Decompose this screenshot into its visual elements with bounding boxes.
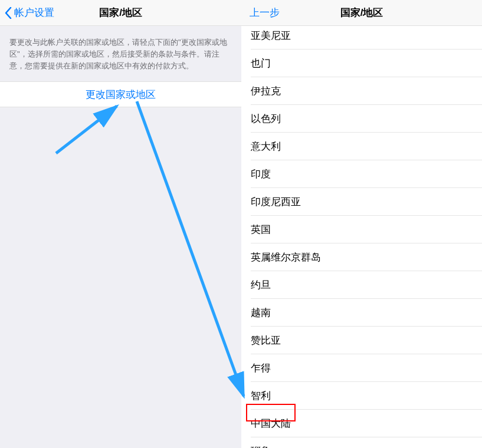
country-label: 赞比亚 xyxy=(251,334,281,347)
country-label: 中国大陆 xyxy=(251,417,291,430)
list-item[interactable]: 印度 xyxy=(241,160,482,188)
list-item[interactable]: 伊拉克 xyxy=(241,77,482,105)
list-item[interactable]: 赞比亚 xyxy=(241,327,482,354)
country-label: 英属维尔京群岛 xyxy=(251,251,321,264)
list-item[interactable]: 以色列 xyxy=(241,105,482,133)
country-label: 亚美尼亚 xyxy=(251,29,291,42)
country-label: 越南 xyxy=(251,306,271,319)
back-label-left: 帐户设置 xyxy=(14,6,54,19)
list-item[interactable]: 中国大陆 xyxy=(241,410,482,437)
list-item[interactable]: 约旦 xyxy=(241,271,482,299)
country-label: 约旦 xyxy=(251,278,271,292)
country-label: 瑙鲁 xyxy=(251,444,271,448)
back-button-right[interactable]: 上一步 xyxy=(246,6,280,19)
change-country-button[interactable]: 更改国家或地区 xyxy=(0,81,241,107)
change-country-label: 更改国家或地区 xyxy=(86,88,156,101)
list-item[interactable]: 越南 xyxy=(241,299,482,327)
country-label: 英国 xyxy=(251,223,271,236)
description-text: 要更改与此帐户关联的国家或地区，请轻点下面的"更改国家或地区"，选择所需的国家或… xyxy=(0,26,241,81)
list-item[interactable]: 乍得 xyxy=(241,354,482,382)
country-label: 智利 xyxy=(251,389,271,403)
list-item[interactable]: 印度尼西亚 xyxy=(241,188,482,216)
country-label: 也门 xyxy=(251,57,271,70)
list-item[interactable]: 也门 xyxy=(241,50,482,77)
list-item[interactable]: 智利 xyxy=(241,382,482,410)
list-item[interactable]: 英国 xyxy=(241,216,482,243)
country-label: 印度 xyxy=(251,167,271,181)
country-label: 以色列 xyxy=(251,112,281,126)
back-button-left[interactable]: 帐户设置 xyxy=(5,6,54,19)
country-label: 乍得 xyxy=(251,361,271,375)
list-item[interactable]: 瑙鲁 xyxy=(241,437,482,448)
country-label: 印度尼西亚 xyxy=(251,195,301,209)
back-label-right: 上一步 xyxy=(250,6,280,19)
list-item[interactable]: 意大利 xyxy=(241,133,482,160)
country-label: 伊拉克 xyxy=(251,84,281,98)
chevron-left-icon xyxy=(5,7,12,19)
list-item[interactable]: 英属维尔京群岛 xyxy=(241,243,482,271)
country-list[interactable]: 亚美尼亚 也门 伊拉克 以色列 意大利 印度 印度尼西亚 英国 英属维尔京群岛 … xyxy=(241,26,482,448)
list-item[interactable]: 亚美尼亚 xyxy=(241,26,482,50)
country-label: 意大利 xyxy=(251,140,281,153)
